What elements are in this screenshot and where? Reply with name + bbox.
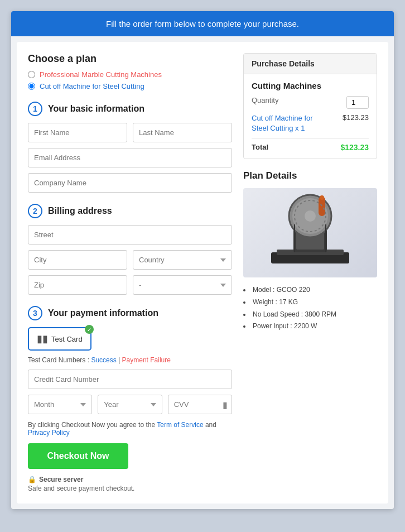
month-year-cvv-row: MonthJanuaryFebruaryMarchAprilMayJuneJul… [28,395,232,414]
spec-item: Power Input : 2200 W [243,320,377,333]
section-number-3: 3 [28,306,42,320]
secure-note-text: Safe and secure payment checkout. [28,485,232,492]
test-card-label: Test Card [51,335,83,343]
payment-failure-link[interactable]: Payment Failure [122,356,171,364]
name-row [28,123,232,142]
payment-title: Your payment information [48,308,158,318]
plan-option-1: Professional Marble Cutting Machines [28,70,232,79]
spec-item: Weight : 17 KG [243,296,377,309]
year-select[interactable]: Year2024202520262027202820292030 [98,395,162,414]
email-input[interactable] [28,148,232,167]
terms-middle: and [204,421,216,429]
terms-text: By clicking Checkout Now you agree to th… [28,421,232,437]
company-input[interactable] [28,173,232,193]
quantity-input[interactable] [346,96,369,109]
top-banner: Fill the order form below to complete yo… [11,11,394,36]
country-select[interactable]: CountryUnited StatesUnited KingdomCanada… [133,250,232,270]
test-card-check-icon: ✓ [85,325,94,334]
secure-server-text: Secure server [39,476,83,483]
purchase-details-header: Purchase Details [244,54,377,74]
plan-radio-1[interactable] [28,71,35,78]
spec-item: Model : GCOO 220 [243,284,377,296]
spec-item: No Load Speed : 3800 RPM [243,309,377,321]
section-number-1: 1 [28,102,42,116]
plan-details-section: Plan Details [243,170,377,332]
machine-image [243,188,377,277]
plan-label-2[interactable]: Cut off Machine for Steel Cutting [40,82,144,90]
main-wrapper: Fill the order form below to complete yo… [11,11,394,509]
last-name-input[interactable] [133,123,232,142]
choose-plan-section: Choose a plan Professional Marble Cuttin… [28,53,232,90]
item-qty: 1 [301,124,305,132]
content-area: Choose a plan Professional Marble Cuttin… [17,42,388,504]
test-card-box[interactable]: ▮▮ Test Card ✓ [28,327,91,351]
machine-svg [260,191,360,275]
machine-specs-list: Model : GCOO 220Weight : 17 KGNo Load Sp… [243,284,377,332]
state-select[interactable]: -CANYTXFLIL [133,275,232,295]
item-name: Cut off Machine for Steel Cutting x 1 [252,113,324,133]
privacy-link[interactable]: Privacy Policy [28,429,70,437]
state-field: -CANYTXFLIL [133,275,232,295]
first-name-field [28,123,127,142]
plan-label-1[interactable]: Professional Marble Cutting Machines [40,70,162,79]
cc-number-input[interactable] [28,370,232,389]
item-row: Cut off Machine for Steel Cutting x 1 $1… [252,113,369,133]
terms-prefix: By clicking Checkout Now you agree to th… [28,421,157,429]
total-row: Total $123.23 [252,138,369,152]
cc-number-row [28,370,232,389]
test-card-numbers-label: Test Card Numbers : [28,356,89,364]
purchase-category: Cutting Machines [252,81,369,90]
zip-state-row: -CANYTXFLIL [28,275,232,295]
choose-plan-title: Choose a plan [28,53,232,65]
lock-icon: 🔒 [28,476,36,483]
city-field [28,250,127,270]
quantity-label: Quantity [252,96,278,104]
company-row [28,173,232,193]
quantity-row: Quantity [252,96,369,109]
cc-number-field [28,370,232,389]
banner-text: Fill the order form below to complete yo… [106,19,299,28]
year-field: Year2024202520262027202820292030 [98,395,162,414]
street-field [28,225,232,245]
total-value: $123.23 [340,143,369,152]
email-row [28,148,232,167]
month-field: MonthJanuaryFebruaryMarchAprilMayJuneJul… [28,395,92,414]
svg-rect-9 [320,195,324,200]
city-country-row: CountryUnited StatesUnited KingdomCanada… [28,250,232,270]
basic-info-header: 1 Your basic information [28,102,232,116]
street-row [28,225,232,245]
purchase-details-body: Cutting Machines Quantity Cut off Machin… [244,74,377,159]
terms-link[interactable]: Term of Service [157,421,203,429]
svg-point-7 [305,210,316,222]
zip-input[interactable] [28,275,127,295]
plan-option-2: Cut off Machine for Steel Cutting [28,82,232,90]
checkout-now-button[interactable]: Checkout Now [28,443,128,469]
right-panel: Purchase Details Cutting Machines Quanti… [243,53,377,492]
payment-header: 3 Your payment information [28,306,232,320]
item-price: $123.23 [343,113,369,122]
purchase-details-box: Purchase Details Cutting Machines Quanti… [243,53,377,159]
billing-address-header: 2 Billing address [28,204,232,218]
billing-address-title: Billing address [48,206,112,216]
first-name-input[interactable] [28,123,127,142]
credit-card-icon: ▮▮ [37,333,48,345]
left-panel: Choose a plan Professional Marble Cuttin… [28,53,232,492]
month-select[interactable]: MonthJanuaryFebruaryMarchAprilMayJuneJul… [28,395,92,414]
basic-info-title: Your basic information [48,104,144,114]
test-card-container: ▮▮ Test Card ✓ [28,327,232,356]
secure-note: 🔒 Secure server Safe and secure payment … [28,476,232,492]
plan-radio-2[interactable] [28,83,35,90]
test-card-numbers-row: Test Card Numbers : Success | Payment Fa… [28,356,232,364]
cvv-field: ▮ [168,395,232,414]
city-input[interactable] [28,250,127,270]
total-label: Total [252,143,268,152]
email-field [28,148,232,167]
section-number-2: 2 [28,204,42,218]
secure-server-line: 🔒 Secure server [28,476,232,483]
zip-field [28,275,127,295]
street-input[interactable] [28,225,232,245]
success-link[interactable]: Success [91,356,116,364]
cvv-icon: ▮ [223,399,228,410]
country-field: CountryUnited StatesUnited KingdomCanada… [133,250,232,270]
last-name-field [133,123,232,142]
